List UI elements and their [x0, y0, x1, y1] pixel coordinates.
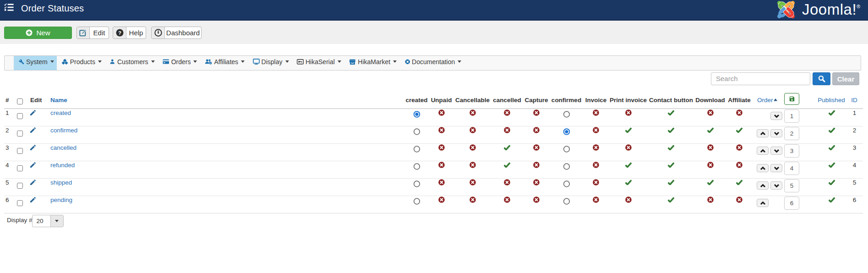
svg-text:?: ? [118, 30, 121, 36]
